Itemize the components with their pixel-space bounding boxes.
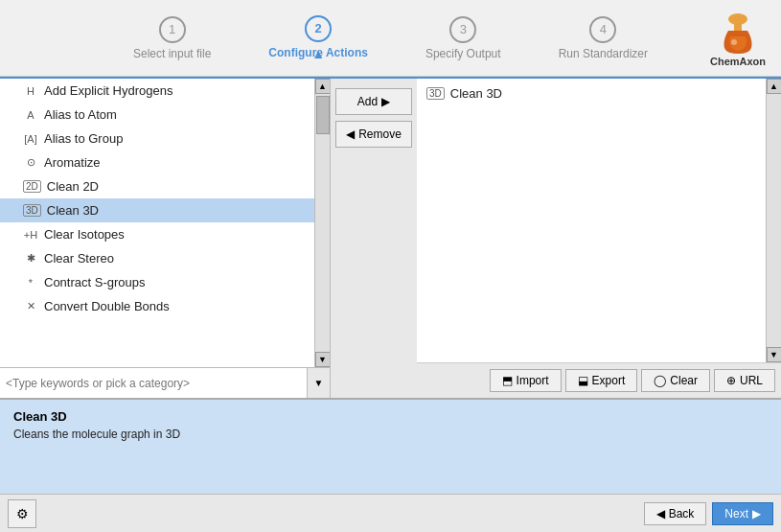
action-icon: A	[23, 109, 38, 121]
list-item[interactable]: HAdd Explicit Hydrogens	[0, 79, 314, 103]
selected-actions-list: 3DClean 3D	[417, 79, 766, 362]
scroll-up-btn[interactable]: ▲	[315, 79, 331, 94]
filter-input[interactable]	[0, 368, 307, 398]
middle-buttons: Add ▶ ◀ Remove	[331, 79, 417, 398]
action-label: Add Explicit Hydrogens	[44, 83, 172, 98]
svg-rect-1	[734, 19, 742, 31]
scroll-down-btn[interactable]: ▼	[315, 352, 331, 367]
step-4-circle: 4	[589, 16, 616, 43]
list-item[interactable]: *Contract S-groups	[0, 270, 314, 294]
wizard-step-4[interactable]: 4 Run Standardizer	[559, 16, 648, 60]
list-item[interactable]: 3DClean 3D	[421, 82, 762, 104]
action-label: Clear Stereo	[44, 251, 114, 266]
back-icon: ◀	[656, 507, 665, 520]
filter-dropdown-btn[interactable]: ▼	[307, 368, 330, 398]
action-icon: *	[23, 277, 38, 289]
right-scroll-up-btn[interactable]: ▲	[767, 79, 782, 94]
scroll-thumb	[316, 96, 330, 134]
list-item[interactable]: ✱Clear Stereo	[0, 246, 314, 270]
import-icon: ⬒	[502, 374, 513, 387]
footer: ⚙ ◀ Back Next ▶	[0, 494, 781, 532]
right-list-container: 3DClean 3D ▲ ▼	[417, 79, 781, 362]
next-icon: ▶	[752, 507, 761, 520]
remove-label: Remove	[358, 127, 402, 141]
action-icon: ✱	[23, 252, 38, 265]
right-scroll-down-btn[interactable]: ▼	[767, 347, 782, 362]
export-label: Export	[592, 374, 626, 387]
url-icon: ⊕	[726, 374, 736, 387]
list-item[interactable]: 2DClean 2D	[0, 174, 314, 198]
right-scrollbar[interactable]: ▲ ▼	[766, 79, 781, 362]
clear-icon: ◯	[654, 374, 666, 387]
action-icon: [A]	[23, 133, 38, 145]
action-label: Convert Double Bonds	[44, 299, 170, 313]
import-label: Import	[517, 374, 549, 387]
export-icon: ⬓	[578, 374, 588, 387]
action-label: Alias to Group	[44, 131, 123, 146]
wizard-step-3[interactable]: 3 Specify Output	[425, 16, 501, 60]
add-icon: ▶	[381, 95, 390, 108]
action-label: Aromatize	[44, 155, 101, 170]
settings-button[interactable]: ⚙	[8, 499, 36, 528]
url-label: URL	[740, 374, 763, 387]
left-list-container: HAdd Explicit HydrogensAAlias to Atom[A]…	[0, 79, 330, 367]
url-button[interactable]: ⊕ URL	[714, 369, 775, 392]
left-panel: HAdd Explicit HydrogensAAlias to Atom[A]…	[0, 79, 331, 398]
list-item[interactable]: +HClear Isotopes	[0, 222, 314, 246]
clear-label: Clear	[670, 374, 698, 387]
step-3-label: Specify Output	[425, 47, 501, 60]
wizard-step-2[interactable]: 2 Configure Actions ▲	[268, 15, 368, 61]
wizard-steps: 1 Select input file 2 Configure Actions …	[10, 15, 771, 61]
action-label: Clean 3D	[450, 86, 502, 101]
step-4-label: Run Standardizer	[559, 47, 648, 60]
action-buttons-bar: ⬒ Import ⬓ Export ◯ Clear ⊕ URL	[417, 362, 781, 398]
list-item[interactable]: 3DClean 3D	[0, 198, 314, 222]
logo-text: ChemAxon	[710, 56, 766, 67]
logo-area: ChemAxon	[704, 5, 771, 72]
import-button[interactable]: ⬒ Import	[490, 369, 562, 392]
add-button[interactable]: Add ▶	[335, 88, 412, 115]
action-label: Alias to Atom	[44, 107, 117, 122]
wizard-header: 1 Select input file 2 Configure Actions …	[0, 0, 781, 77]
clear-button[interactable]: ◯ Clear	[641, 369, 710, 392]
remove-icon: ◀	[346, 127, 355, 141]
action-icon: 3D	[23, 204, 41, 217]
list-item[interactable]: ⊙Aromatize	[0, 150, 314, 174]
description-panel: Clean 3D Cleans the molecule graph in 3D	[0, 398, 781, 494]
filter-bar: ▼	[0, 367, 330, 398]
right-panel: 3DClean 3D ▲ ▼ ⬒ Import ⬓ Export ◯ Clear…	[417, 79, 781, 398]
list-item[interactable]: ✕Convert Double Bonds	[0, 294, 314, 318]
list-item[interactable]: AAlias to Atom	[0, 103, 314, 127]
svg-point-2	[731, 39, 737, 45]
export-button[interactable]: ⬓ Export	[565, 369, 638, 392]
next-button[interactable]: Next ▶	[712, 502, 773, 525]
action-icon: ⊙	[23, 156, 38, 169]
step-2-arrow: ▲	[311, 46, 325, 61]
footer-nav: ◀ Back Next ▶	[644, 502, 773, 525]
left-scrollbar[interactable]: ▲ ▼	[314, 79, 330, 367]
step-1-circle: 1	[159, 16, 186, 43]
chemaxon-logo-icon	[715, 10, 761, 56]
wizard-step-1[interactable]: 1 Select input file	[133, 16, 211, 60]
back-label: Back	[669, 507, 695, 520]
remove-button[interactable]: ◀ Remove	[335, 121, 412, 148]
list-item[interactable]: [A]Alias to Group	[0, 127, 314, 150]
add-label: Add	[357, 95, 378, 108]
action-icon: 2D	[23, 180, 41, 193]
actions-list: HAdd Explicit HydrogensAAlias to Atom[A]…	[0, 79, 314, 367]
action-label: Clean 3D	[47, 203, 99, 218]
next-label: Next	[724, 507, 748, 520]
step-1-label: Select input file	[133, 47, 211, 60]
footer-left: ⚙	[8, 499, 36, 528]
action-icon: 3D	[426, 87, 445, 100]
action-icon: H	[23, 85, 38, 97]
main-content: HAdd Explicit HydrogensAAlias to Atom[A]…	[0, 77, 781, 398]
step-2-circle: 2	[305, 15, 332, 42]
action-label: Contract S-groups	[44, 275, 146, 289]
action-icon: ✕	[23, 300, 38, 312]
back-button[interactable]: ◀ Back	[644, 502, 707, 525]
action-icon: +H	[23, 229, 38, 241]
description-text: Cleans the molecule graph in 3D	[13, 428, 768, 441]
action-label: Clean 2D	[47, 179, 99, 194]
description-title: Clean 3D	[13, 409, 768, 424]
